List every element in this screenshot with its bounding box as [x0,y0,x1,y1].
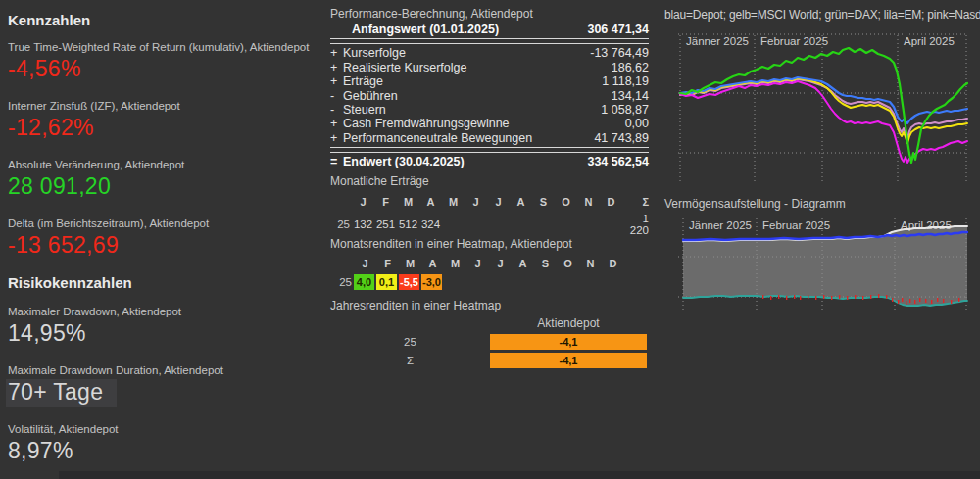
svg-text:April 2025: April 2025 [904,35,955,47]
row-sign: + [330,117,343,130]
metric-value: -12,62% [8,115,180,141]
month-header: O [557,258,579,269]
metric-value: 14,95% [8,320,181,347]
sum-value: 1 220 [622,213,649,236]
row-label: 25 [330,276,354,288]
row-label: Anfangswert (01.01.2025) [352,23,587,36]
table-row: - Steuern 1 058,87 [330,103,649,117]
metric-label: Absolute Veränderung, Aktiendepot [8,159,184,170]
row-label: Gebühren [343,89,612,103]
month-header: D [602,258,624,269]
table-row: + Cash Fremdwährungsgewinne 0,00 [330,117,649,130]
table-row: Anfangswert (01.01.2025) 306 471,34 [330,23,649,36]
row-sign: + [330,74,343,88]
table-row: Σ -4,1 [330,353,649,368]
month-header: O [555,196,577,208]
month-header: J [352,196,374,208]
month-header: N [579,258,602,269]
table-row: + Realisierte Kurserfolge 186,62 [330,61,649,74]
metric-value: 8,97% [8,438,119,464]
table-row: - Gebühren 134,14 [330,89,649,103]
table-row: + Kurserfolge -13 764,49 [330,46,649,60]
key-figures-title: Kennzahlen [8,12,90,29]
heatmap-cell: 4,0 [354,274,374,290]
row-value: 1 058,87 [601,103,649,117]
row-label: 25 [330,218,352,230]
metric-delta: Delta (im Berichtszeitraum), Aktiendepot… [8,217,209,259]
row-label: Kurserfolge [343,46,590,60]
row-label: Erträge [343,74,602,88]
annual-heatmap-table: 25 -4,1 Σ -4,1 [330,334,649,371]
row-sign: + [330,131,343,145]
performance-calc-title: Performance-Berechnung, Aktiendepot [330,7,533,21]
monthly-earnings-title: Monatliche Erträge [330,174,429,188]
row-sign: - [330,89,343,103]
row-sign: + [330,61,343,74]
heatmap-cell: -5,5 [399,274,419,290]
month-header: F [374,196,397,208]
row-label: 25 [330,336,490,348]
divider [330,38,649,44]
month-header: F [376,258,399,269]
month-header: M [444,258,466,269]
svg-text:Jänner 2025: Jänner 2025 [689,219,752,231]
performance-comparison-chart[interactable]: Jänner 2025Februar 2025April 2025 [676,29,970,188]
metric-label: Maximaler Drawdown, Aktiendepot [8,306,181,317]
risk-figures-heading: Risikokennzahlen [8,274,132,291]
row-sign [330,23,352,36]
row-label: Performanceneutrale Bewegungen [343,131,594,145]
row-value: 1 118,19 [602,74,649,88]
month-header: A [419,196,442,208]
month-value: 251 [374,218,397,230]
month-header: J [466,258,489,269]
heatmap-cell: -3,0 [421,274,442,290]
month-header: M [399,258,421,269]
monthly-heatmap-row: 25 4,0 0,1 -5,5 -3,0 [330,274,649,290]
row-label: Endwert (30.04.2025) [343,155,587,168]
row-value: 41 743,89 [594,131,649,145]
table-row: + Erträge 1 118,19 [330,74,649,88]
month-header: A [510,196,532,208]
monthly-earnings-row: 25 132 251 512 324 1 220 [330,213,649,236]
asset-allocation-chart[interactable]: Jänner 2025Februar 2025April 2025 [676,216,970,315]
row-value: 134,14 [612,89,649,103]
metric-max-drawdown: Maximaler Drawdown, Aktiendepot 14,95% [8,306,181,347]
metric-volatility: Volatilität, Aktiendepot 8,97% [8,423,119,464]
month-header: J [489,258,512,269]
row-sign: + [330,46,343,60]
row-label: Cash Fremdwährungsgewinne [343,117,625,130]
heatmap-cell: 0,1 [376,274,397,290]
month-header: J [487,196,510,208]
performance-calc-table: Anfangswert (01.01.2025) 306 471,34 + Ku… [330,23,649,169]
metric-max-drawdown-duration: Maximale Drawdown Duration, Aktiendepot … [8,364,223,407]
row-value: 306 471,34 [587,23,649,36]
sum-header: Σ [622,196,649,208]
svg-text:Jänner 2025: Jänner 2025 [686,35,749,47]
month-value: 132 [352,218,374,230]
month-header: D [600,196,622,208]
divider [330,147,649,153]
svg-text:Februar 2025: Februar 2025 [760,35,828,47]
metric-label: Delta (im Berichtszeitraum), Aktiendepot [8,217,209,229]
performance-chart-legend: blau=Depot; gelb=MSCI World; grün=DAX; l… [664,8,980,22]
month-value: 324 [419,218,442,230]
table-row: = Endwert (30.04.2025) 334 562,54 [330,155,649,168]
table-row: + Performanceneutrale Bewegungen 41 743,… [330,131,649,145]
metric-absolute-change: Absolute Veränderung, Aktiendepot 28 091… [8,159,184,200]
monthly-heatmap-header: J F M A M J J A S O N D [330,258,649,269]
row-value: 0,00 [625,117,649,130]
month-header: M [442,196,465,208]
month-header: S [534,258,557,269]
row-value: 186,62 [612,61,649,74]
row-sign: = [330,155,343,168]
row-label: Steuern [343,103,601,117]
bottom-window-edge [59,471,980,479]
annual-heatmap-column-header: Aktiendepot [490,316,647,330]
heatmap-cell: -4,1 [490,334,647,350]
metric-value: -4,56% [8,56,309,82]
metric-irr: Interner Zinsfuß (IZF), Aktiendepot -12,… [8,100,180,141]
monthly-heatmap-title: Monatsrenditen in einer Heatmap, Aktiend… [330,237,572,251]
metric-ttwror: True Time-Weighted Rate of Return (kumul… [8,41,309,82]
month-header: J [354,258,376,269]
metric-value: -13 652,69 [8,232,209,259]
